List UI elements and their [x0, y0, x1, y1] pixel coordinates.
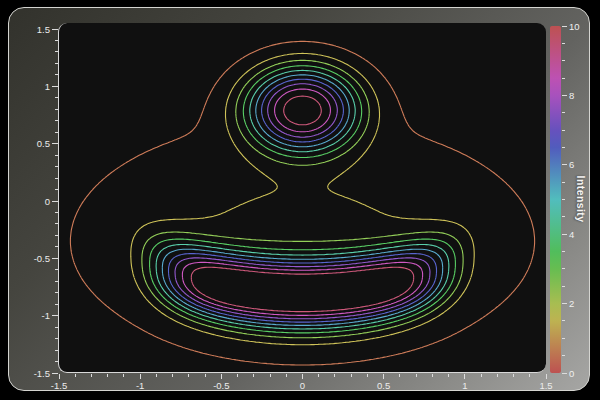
x-minor-tick — [351, 374, 352, 377]
colorbar-tick-label: 4 — [569, 229, 587, 240]
x-minor-tick — [334, 374, 335, 377]
x-major-tick — [302, 374, 303, 379]
colorbar-major-tick — [562, 373, 568, 374]
y-minor-tick — [55, 304, 58, 305]
x-minor-tick — [529, 374, 530, 377]
y-tick-label: 1 — [17, 81, 50, 92]
y-tick-label: 0 — [17, 196, 50, 207]
y-minor-tick — [55, 235, 58, 236]
x-minor-tick — [188, 374, 189, 377]
y-minor-tick — [55, 51, 58, 52]
y-major-tick — [52, 258, 58, 259]
colorbar-major-tick — [562, 26, 568, 27]
colorbar-minor-tick — [562, 320, 565, 321]
y-minor-tick — [55, 189, 58, 190]
x-tick-label: 1 — [451, 380, 479, 391]
colorbar-major-tick — [562, 95, 568, 96]
y-minor-tick — [55, 120, 58, 121]
x-minor-tick — [91, 374, 92, 377]
y-minor-tick — [55, 74, 58, 75]
colorbar-minor-tick — [562, 43, 565, 44]
x-minor-tick — [123, 374, 124, 377]
y-minor-tick — [55, 166, 58, 167]
colorbar-minor-tick — [562, 286, 565, 287]
x-tick-label: 0 — [289, 380, 317, 391]
colorbar-minor-tick — [562, 60, 565, 61]
y-minor-tick — [55, 246, 58, 247]
x-major-tick — [221, 374, 222, 379]
x-tick-label: -0.5 — [207, 380, 235, 391]
y-minor-tick — [55, 281, 58, 282]
contour-lines — [58, 23, 546, 373]
contour-level-7.5 — [175, 84, 430, 319]
contour-level-0.5 — [70, 41, 534, 365]
colorbar-tick-label: 2 — [569, 298, 587, 309]
x-major-tick — [140, 374, 141, 379]
colorbar-minor-tick — [562, 199, 565, 200]
colorbar-minor-tick — [562, 216, 565, 217]
contour-level-2.5 — [142, 60, 463, 338]
x-major-tick — [546, 374, 547, 379]
y-tick-label: -1 — [17, 310, 50, 321]
x-minor-tick — [205, 374, 206, 377]
x-minor-tick — [448, 374, 449, 377]
x-minor-tick — [497, 374, 498, 377]
colorbar-minor-tick — [562, 182, 565, 183]
y-minor-tick — [55, 269, 58, 270]
contour-level-4.5 — [156, 70, 449, 329]
contour-level-3.5 — [150, 66, 456, 333]
y-major-tick — [52, 29, 58, 30]
x-minor-tick — [75, 374, 76, 377]
plot-frame: -1.5-1-0.500.511.5 -1.5-1-0.500.511.5 02… — [8, 7, 590, 391]
x-tick-label: -1 — [126, 380, 154, 391]
colorbar-minor-tick — [562, 268, 565, 269]
colorbar-major-tick — [562, 234, 568, 235]
colorbar-minor-tick — [562, 130, 565, 131]
x-major-tick — [464, 374, 465, 379]
colorbar-minor-tick — [562, 78, 565, 79]
colorbar-minor-tick — [562, 355, 565, 356]
contour-level-9.5 — [191, 96, 413, 312]
y-major-tick — [52, 143, 58, 144]
y-major-tick — [52, 315, 58, 316]
y-minor-tick — [55, 109, 58, 110]
x-minor-tick — [481, 374, 482, 377]
y-major-tick — [52, 201, 58, 202]
x-minor-tick — [253, 374, 254, 377]
x-tick-label: -1.5 — [45, 380, 73, 391]
colorbar-tick-label: 8 — [569, 90, 587, 101]
x-minor-tick — [416, 374, 417, 377]
y-minor-tick — [55, 132, 58, 133]
x-minor-tick — [399, 374, 400, 377]
x-minor-tick — [237, 374, 238, 377]
y-major-tick — [52, 373, 58, 374]
x-minor-tick — [318, 374, 319, 377]
x-minor-tick — [286, 374, 287, 377]
colorbar-major-tick — [562, 164, 568, 165]
x-minor-tick — [172, 374, 173, 377]
y-tick-label: 1.5 — [17, 24, 50, 35]
y-minor-tick — [55, 212, 58, 213]
y-minor-tick — [55, 40, 58, 41]
y-minor-tick — [55, 327, 58, 328]
x-minor-tick — [270, 374, 271, 377]
contour-level-5.5 — [162, 75, 442, 326]
y-minor-tick — [55, 155, 58, 156]
y-minor-tick — [55, 292, 58, 293]
y-minor-tick — [55, 63, 58, 64]
y-minor-tick — [55, 223, 58, 224]
colorbar-gradient — [550, 26, 561, 373]
colorbar-minor-tick — [562, 147, 565, 148]
x-major-tick — [59, 374, 60, 379]
colorbar-minor-tick — [562, 338, 565, 339]
y-tick-label: 0.5 — [17, 138, 50, 149]
app-window: -1.5-1-0.500.511.5 -1.5-1-0.500.511.5 02… — [0, 0, 600, 400]
colorbar-title: Intensity — [575, 176, 587, 223]
contour-level-6.5 — [169, 79, 437, 322]
x-minor-tick — [432, 374, 433, 377]
x-minor-tick — [367, 374, 368, 377]
x-major-tick — [383, 374, 384, 379]
y-minor-tick — [55, 338, 58, 339]
colorbar-tick-label: 10 — [569, 21, 587, 32]
x-minor-tick — [156, 374, 157, 377]
